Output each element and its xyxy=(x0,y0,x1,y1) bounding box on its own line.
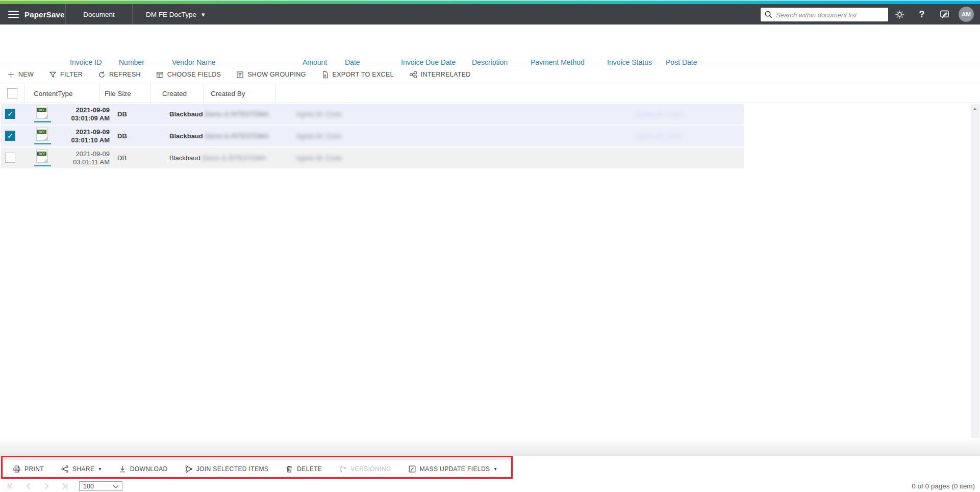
share-button[interactable]: SHARE xyxy=(61,465,102,473)
search-box[interactable] xyxy=(761,8,888,21)
created-by-cell: Blackbaud Demo & INTESTDMA xyxy=(169,154,266,162)
versioning-branch-icon xyxy=(339,465,347,473)
row-checkbox[interactable] xyxy=(5,153,15,163)
plus-icon xyxy=(7,71,15,79)
interrelated-icon xyxy=(409,71,417,79)
download-button[interactable]: DOWNLOAD xyxy=(118,465,168,473)
bottom-action-toolbar: PRINT SHARE DOWNLOAD JOIN SELECTED ITEMS… xyxy=(1,456,513,479)
papersave-app: PaperSave Document DM FE DocType ? AM xyxy=(0,0,980,492)
page-size-select[interactable]: 100 xyxy=(79,481,122,491)
new-button[interactable]: NEW xyxy=(7,71,34,79)
page-status-text: 0 of 0 pages (0 item) xyxy=(912,482,975,490)
feedback-icon[interactable] xyxy=(938,8,950,20)
row-checkbox[interactable] xyxy=(5,131,15,141)
download-icon xyxy=(118,465,127,473)
user-avatar[interactable]: AM xyxy=(959,7,974,22)
top-bar: PaperSave Document DM FE DocType ? AM xyxy=(0,4,980,24)
select-all-checkbox[interactable] xyxy=(7,88,17,99)
table-columns-icon xyxy=(156,71,164,79)
grouping-icon xyxy=(236,71,244,79)
file-size-cell: DB xyxy=(117,154,127,162)
redacted-user: Agnes M. Cone xyxy=(296,132,342,140)
chevron-down-icon xyxy=(113,484,119,489)
excel-file-icon xyxy=(321,71,329,79)
filter-button[interactable]: FILTER xyxy=(49,71,83,79)
app-title: PaperSave xyxy=(24,10,65,19)
file-size-cell: DB xyxy=(117,110,127,118)
created-cell: 2021-09-09 03:01:11 AM xyxy=(47,150,110,166)
refresh-button[interactable]: REFRESH xyxy=(98,71,141,79)
trash-icon xyxy=(285,465,293,473)
filter-funnel-icon xyxy=(49,71,57,79)
created-cell: 2021-09-09 03:01:09 AM xyxy=(47,106,110,122)
chevron-down-icon xyxy=(98,466,101,472)
search-icon xyxy=(764,10,773,19)
created-by-cell: Blackbaud Demo & INTESTDMA xyxy=(169,132,269,140)
help-icon[interactable]: ? xyxy=(916,8,928,20)
brand-segment: PaperSave xyxy=(0,4,65,24)
column-header-filesize[interactable]: File Size xyxy=(100,84,151,103)
redacted-user: Agnes M. Cone xyxy=(296,154,342,162)
redacted-text: Demo & INTESTDMA xyxy=(202,154,266,162)
join-selected-items-button[interactable]: JOIN SELECTED ITEMS xyxy=(185,465,269,473)
table-row[interactable]: TIFF 2021-09-09 03:01:09 AM DB Blackbaud… xyxy=(1,104,744,125)
redacted-user: Agnes M. Cone xyxy=(296,110,342,118)
doctype-dropdown[interactable]: DM FE DocType xyxy=(132,4,218,24)
search-input[interactable] xyxy=(775,8,886,22)
share-icon xyxy=(61,465,69,473)
next-page-button[interactable] xyxy=(41,481,52,490)
join-icon xyxy=(185,465,193,473)
edit-fields-icon xyxy=(408,465,416,473)
created-cell: 2021-09-09 03:01:10 AM xyxy=(47,128,110,144)
interrelated-button[interactable]: INTERRELATED xyxy=(409,71,471,79)
redacted-text: Demo & INTESTDMA xyxy=(205,110,269,118)
table-row[interactable]: TIFF 2021-09-09 03:01:10 AM DB Blackbaud… xyxy=(1,126,744,146)
redacted-faint: Agnes M. Cone xyxy=(636,110,682,118)
first-page-button[interactable] xyxy=(4,481,15,490)
redacted-faint: Agnes M. Cone xyxy=(636,132,682,140)
show-grouping-button[interactable]: SHOW GROUPING xyxy=(236,71,306,79)
delete-button[interactable]: DELETE xyxy=(285,465,322,473)
row-checkbox[interactable] xyxy=(5,109,15,119)
table-header-row: ContentType File Size Created Created By xyxy=(0,84,980,103)
nav-item-document[interactable]: Document xyxy=(65,4,132,24)
settings-gear-icon[interactable] xyxy=(893,8,906,20)
choose-fields-button[interactable]: CHOOSE FIELDS xyxy=(156,71,221,79)
vertical-scrollbar[interactable] xyxy=(971,104,979,455)
column-header-contenttype[interactable]: ContentType xyxy=(24,84,100,103)
select-all-cell xyxy=(0,84,25,103)
pagination-arrows xyxy=(4,481,70,490)
scroll-up-icon[interactable] xyxy=(973,108,977,110)
last-page-button[interactable] xyxy=(59,481,70,490)
chevron-down-icon xyxy=(202,11,205,18)
horizontal-scrollbar-track[interactable] xyxy=(3,457,511,460)
document-list-toolbar: NEW FILTER REFRESH CHOOSE FIELDS SHOW GR… xyxy=(0,65,980,84)
topbar-actions: ? AM xyxy=(761,7,980,22)
table-row[interactable]: TIFF 2021-09-09 03:01:11 AM DB Blackbaud… xyxy=(1,147,744,168)
chevron-down-icon xyxy=(494,466,496,472)
pagination-bar: 100 0 of 0 pages (0 item) xyxy=(0,480,980,492)
bottom-shadow-band xyxy=(0,438,980,456)
previous-page-button[interactable] xyxy=(22,481,34,490)
brand-accent-strip xyxy=(0,1,980,4)
column-header-createdby[interactable]: Created By xyxy=(204,84,275,103)
hamburger-menu-icon[interactable] xyxy=(8,9,19,20)
mass-update-fields-button[interactable]: MASS UPDATE FIELDS xyxy=(408,465,497,473)
redacted-text: Demo & INTESTDMA xyxy=(205,132,269,140)
created-by-cell: Blackbaud Demo & INTESTDMA xyxy=(169,110,269,118)
file-size-cell: DB xyxy=(117,132,127,140)
printer-icon xyxy=(13,465,21,473)
column-header-created[interactable]: Created xyxy=(151,84,204,103)
export-to-excel-button[interactable]: EXPORT TO EXCEL xyxy=(321,71,394,79)
print-button[interactable]: PRINT xyxy=(13,465,44,473)
refresh-icon xyxy=(98,71,106,79)
related-invoice-panel: Related Invoice Invoice ID 1921 Number 3… xyxy=(0,24,980,65)
versioning-button[interactable]: VERSIONING xyxy=(339,465,391,473)
